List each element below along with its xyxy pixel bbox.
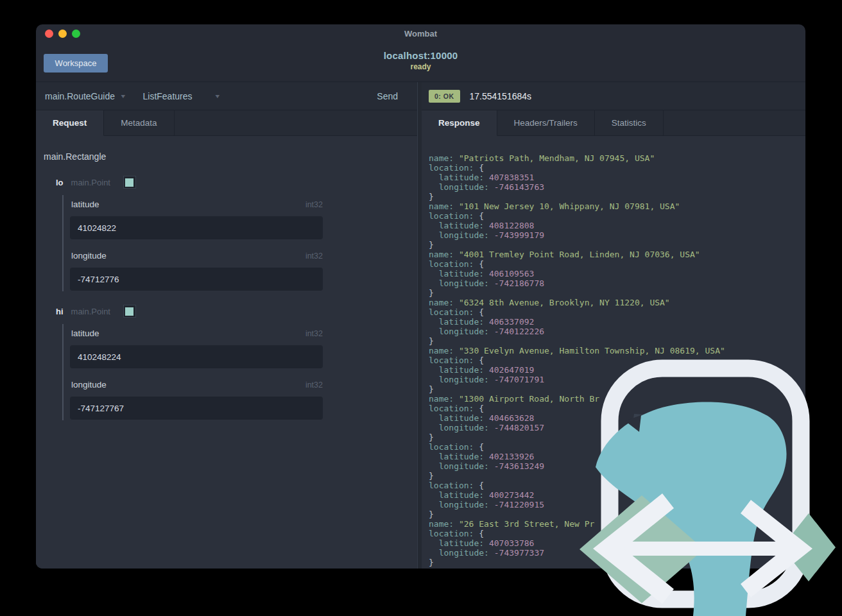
group-header: hi main.Point [56,305,417,318]
field-group-lo: lo main.Point latitude int32 [44,176,417,291]
latitude-input[interactable] [70,216,323,239]
minimize-window-icon[interactable] [58,30,67,38]
service-dropdown-label: main.RouteGuide [45,91,115,101]
field-label: longitude [71,251,107,261]
tab-response[interactable]: Response [422,110,497,136]
request-tabbar: Request Metadata [36,110,417,136]
field-type-label: int32 [305,381,323,389]
message-type-label: main.Rectangle [44,151,417,162]
field-longitude: longitude int32 [70,380,323,420]
group-field-name: lo [56,178,64,187]
service-dropdown[interactable]: main.RouteGuide ▾ [45,91,125,101]
field-type-label: int32 [305,252,323,261]
enable-message-checkbox[interactable] [123,176,136,189]
longitude-input[interactable] [70,397,323,420]
latitude-input[interactable] [70,345,323,368]
app-window: Wombat Workspace localhost:10000 ready m… [36,24,805,569]
window-title: Wombat [36,29,805,38]
group-field-type: main.Point [71,178,110,187]
field-label: latitude [71,329,99,338]
app-header: Workspace localhost:10000 ready [36,42,805,82]
response-status-row: 0: OK 17.554151684s [422,82,805,110]
desktop-background: Wombat Workspace localhost:10000 ready m… [0,0,842,616]
field-group-hi: hi main.Point latitude int32 [44,305,417,420]
group-fields: latitude int32 longitude int32 [62,195,417,291]
send-button[interactable]: Send [377,91,398,101]
enable-message-checkbox[interactable] [123,305,136,318]
request-pane: main.RouteGuide ▾ ListFeatures ▾ Send Re… [36,82,417,569]
call-duration: 17.554151684s [470,91,532,101]
server-address: localhost:10000 [36,50,805,61]
checkbox-checked-icon [125,178,133,187]
method-dropdown[interactable]: ListFeatures ▾ [142,91,219,101]
checkbox-checked-icon [125,307,133,316]
tab-metadata[interactable]: Metadata [104,110,174,136]
response-tabbar: Response Headers/Trailers Statistics [422,110,805,136]
response-body: name: "Patriots Path, Mendham, NJ 07945,… [429,153,805,567]
chevron-down-icon: ▾ [121,92,125,100]
group-header: lo main.Point [56,176,417,189]
tab-request[interactable]: Request [36,110,104,136]
longitude-input[interactable] [70,268,323,291]
close-window-icon[interactable] [45,30,53,38]
pane-divider[interactable] [417,82,422,569]
method-selector-row: main.RouteGuide ▾ ListFeatures ▾ Send [36,82,417,110]
field-latitude: latitude int32 [70,200,323,239]
titlebar: Wombat [36,24,805,42]
group-fields: latitude int32 longitude int32 [62,324,417,420]
tabbar-filler [175,110,417,136]
response-output-area[interactable]: name: "Patriots Path, Mendham, NJ 07945,… [422,136,805,569]
field-type-label: int32 [305,200,323,209]
traffic-lights [45,30,80,38]
server-status: ready [36,62,805,71]
field-longitude: longitude int32 [70,251,323,291]
tab-headers-trailers[interactable]: Headers/Trailers [497,110,595,136]
field-type-label: int32 [305,329,323,338]
tab-statistics[interactable]: Statistics [595,110,664,136]
tabbar-filler [664,110,805,136]
response-pane: 0: OK 17.554151684s Response Headers/Tra… [422,82,805,569]
field-latitude: latitude int32 [70,329,323,368]
group-field-name: hi [56,307,64,316]
field-label: latitude [71,200,99,209]
chevron-down-icon: ▾ [215,92,219,100]
request-form: main.Rectangle lo main.Point latitude [36,136,417,569]
field-label: longitude [71,380,107,389]
status-badge: 0: OK [429,90,460,103]
group-field-type: main.Point [71,307,110,316]
server-info: localhost:10000 ready [36,50,805,71]
zoom-window-icon[interactable] [72,30,80,38]
method-dropdown-label: ListFeatures [142,91,192,101]
main-columns: main.RouteGuide ▾ ListFeatures ▾ Send Re… [36,82,805,569]
